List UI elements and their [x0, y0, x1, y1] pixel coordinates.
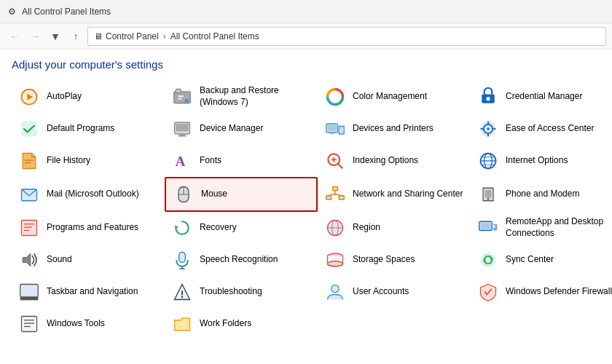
svg-text:A: A — [175, 154, 185, 169]
label-sound: Sound — [47, 254, 72, 266]
icon-devices — [323, 117, 347, 141]
svg-point-21 — [487, 127, 490, 130]
up-button[interactable]: ↑ — [67, 28, 85, 45]
label-backup: Backup and Restore (Windows 7) — [200, 85, 312, 108]
icon-sync — [476, 248, 500, 272]
label-recovery: Recovery — [200, 222, 237, 234]
icon-speech — [170, 248, 194, 272]
item-credential[interactable]: Credential Manager — [471, 81, 612, 113]
item-backup[interactable]: Backup and Restore (Windows 7) — [165, 81, 318, 113]
icon-internet — [476, 149, 500, 173]
items-grid: AutoPlayBackup and Restore (Windows 7)Co… — [12, 81, 600, 340]
svg-rect-26 — [25, 159, 34, 161]
svg-rect-14 — [180, 134, 185, 135]
label-phone: Phone and Modem — [506, 189, 579, 200]
label-troubleshoot: Troubleshooting — [200, 286, 262, 298]
item-region[interactable]: Region — [318, 212, 471, 244]
label-internet: Internet Options — [506, 155, 568, 167]
icon-phone — [476, 183, 500, 206]
label-workfolders: Work Folders — [200, 318, 251, 330]
nav-bar: ← → ▼ ↑ 🖥 Control Panel › All Control Pa… — [0, 23, 612, 50]
svg-rect-15 — [178, 135, 187, 137]
item-phone[interactable]: Phone and Modem — [471, 177, 612, 212]
item-wintools[interactable]: Windows Tools — [12, 308, 165, 340]
label-indexing: Indexing Options — [353, 155, 418, 167]
svg-rect-59 — [179, 253, 186, 263]
label-mail: Mail (Microsoft Outlook) — [47, 189, 139, 200]
separator-1: › — [163, 31, 166, 41]
icon-wintools — [17, 312, 41, 336]
label-remoteapp: RemoteApp and Desktop Connections — [506, 216, 612, 239]
titlebar-text: All Control Panel Items — [22, 7, 111, 17]
label-mouse: Mouse — [201, 189, 227, 200]
svg-rect-18 — [330, 132, 334, 134]
label-default: Default Programs — [47, 123, 114, 135]
item-sync[interactable]: Sync Center — [471, 244, 612, 276]
item-autoplay[interactable]: AutoPlay — [12, 81, 165, 113]
address-bar[interactable]: 🖥 Control Panel › All Control Panel Item… — [87, 27, 606, 46]
icon-backup — [170, 85, 194, 108]
item-storage[interactable]: Storage Spaces — [318, 244, 471, 276]
item-devices[interactable]: Devices and Printers — [318, 113, 471, 145]
item-troubleshoot[interactable]: Troubleshooting — [165, 276, 318, 308]
label-region: Region — [353, 222, 380, 234]
item-user[interactable]: User Accounts — [318, 276, 471, 308]
svg-point-48 — [487, 198, 490, 200]
icon-color — [323, 85, 347, 108]
recent-locations-button[interactable]: ▼ — [47, 28, 64, 45]
item-sound[interactable]: Sound — [12, 244, 165, 276]
item-ease[interactable]: Ease of Access Center — [471, 113, 612, 145]
item-remoteapp[interactable]: RemoteApp and Desktop Connections — [471, 212, 612, 244]
icon-storage — [323, 248, 347, 272]
page-title: Adjust your computer's settings — [12, 58, 600, 71]
icon-sound — [17, 248, 41, 272]
label-autoplay: AutoPlay — [47, 91, 82, 103]
item-network[interactable]: Network and Sharing Center — [318, 177, 471, 212]
item-speech[interactable]: Speech Recognition — [165, 244, 318, 276]
svg-point-5 — [185, 99, 189, 103]
label-windefender: Windows Defender Firewall — [506, 286, 612, 298]
svg-rect-7 — [178, 98, 181, 100]
label-color: Color Management — [353, 91, 427, 103]
svg-point-64 — [481, 253, 496, 268]
svg-rect-72 — [22, 317, 37, 332]
back-button[interactable]: ← — [6, 28, 23, 45]
item-indexing[interactable]: Indexing Options — [318, 145, 471, 177]
item-fonts[interactable]: AFonts — [165, 145, 318, 177]
svg-line-30 — [338, 164, 342, 168]
svg-rect-17 — [328, 125, 337, 131]
svg-point-71 — [332, 285, 340, 293]
icon-user — [323, 280, 347, 304]
item-programs[interactable]: Programs and Features — [12, 212, 165, 244]
icon-credential — [476, 85, 500, 108]
icon-taskbar — [17, 280, 41, 304]
item-default[interactable]: Default Programs — [12, 113, 165, 145]
item-workfolders[interactable]: Work Folders — [165, 308, 318, 340]
item-device-manager[interactable]: Device Manager — [165, 113, 318, 145]
svg-point-70 — [181, 296, 184, 298]
svg-point-10 — [486, 97, 490, 100]
item-mouse[interactable]: Mouse — [165, 177, 318, 212]
label-device-manager: Device Manager — [200, 123, 263, 135]
item-internet[interactable]: Internet Options — [471, 145, 612, 177]
icon-mouse — [172, 183, 195, 206]
icon-recovery — [170, 216, 194, 240]
item-windefender[interactable]: Windows Defender Firewall — [471, 276, 612, 308]
icon-network — [323, 183, 347, 206]
item-taskbar[interactable]: Taskbar and Navigation — [12, 276, 165, 308]
icon-troubleshoot — [170, 280, 194, 304]
item-mail[interactable]: Mail (Microsoft Outlook) — [12, 177, 165, 212]
breadcrumb-all-items[interactable]: All Control Panel Items — [170, 31, 259, 41]
svg-point-63 — [328, 261, 343, 266]
breadcrumb-control-panel[interactable]: Control Panel — [106, 31, 159, 41]
forward-button[interactable]: → — [26, 28, 44, 45]
item-recovery[interactable]: Recovery — [165, 212, 318, 244]
title-bar: ⚙ All Control Panel Items — [0, 0, 612, 23]
item-file-history[interactable]: File History — [12, 145, 165, 177]
item-color[interactable]: Color Management — [318, 81, 471, 113]
main-content: Adjust your computer's settings AutoPlay… — [0, 50, 612, 364]
svg-line-46 — [335, 194, 342, 196]
svg-rect-67 — [20, 285, 39, 298]
label-taskbar: Taskbar and Navigation — [47, 286, 138, 298]
label-sync: Sync Center — [506, 254, 554, 266]
